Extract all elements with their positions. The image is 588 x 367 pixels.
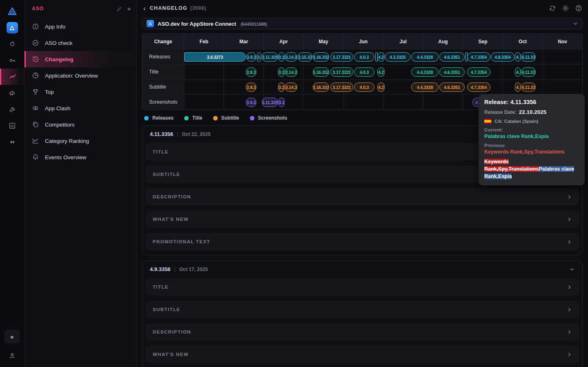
- back-button[interactable]: ‹: [143, 5, 146, 12]
- version-pill[interactable]: 3.16.332: [313, 67, 329, 77]
- compare-icon[interactable]: [0, 134, 24, 150]
- version-pill[interactable]: 4.4.3328: [411, 82, 439, 92]
- app-store-icon[interactable]: [0, 20, 24, 36]
- version-pill[interactable]: 3.14.3: [285, 82, 297, 92]
- field-row-what-s-new[interactable]: WHAT'S NEW: [146, 211, 579, 228]
- field-row-promotional-text[interactable]: PROMOTIONAL TEXT: [146, 233, 579, 250]
- version-pill[interactable]: 4.6.3351: [439, 82, 465, 92]
- version-pill[interactable]: 4.11.33: [521, 52, 536, 62]
- apple-icon[interactable]: [0, 36, 24, 52]
- version-pill[interactable]: 3.1: [278, 52, 285, 62]
- release-version: 4.9.3356: [150, 266, 171, 272]
- wrench-icon[interactable]: [0, 101, 24, 118]
- sidebar-item-competitors[interactable]: Competitors: [24, 116, 136, 133]
- legend-item-title[interactable]: Title: [184, 115, 202, 121]
- version-pill[interactable]: 4.6.3351: [439, 67, 465, 77]
- legend-item-subtitle[interactable]: Subtitle: [213, 115, 239, 121]
- version-pill[interactable]: 4.4.3328: [411, 67, 439, 77]
- field-row-subtitle[interactable]: SUBTITLE: [146, 301, 579, 318]
- sidebar-item-application-overview[interactable]: Application: Overview: [24, 67, 136, 84]
- clash-icon: [32, 105, 39, 112]
- column-header-sep: Sep: [463, 34, 503, 49]
- aso-logo[interactable]: [0, 3, 24, 20]
- pie-icon: [32, 72, 39, 79]
- sidebar-item-top[interactable]: Top: [24, 84, 136, 100]
- version-pill[interactable]: 3.1: [278, 98, 285, 107]
- field-row-description[interactable]: DESCRIPTION: [146, 188, 579, 205]
- ranking-icon: [32, 137, 39, 145]
- version-pill[interactable]: 4.4.3328: [411, 52, 439, 62]
- version-pill[interactable]: 3.0.3273: [184, 52, 246, 62]
- version-pill[interactable]: 4.2: [377, 52, 385, 62]
- version-pill[interactable]: 4.7.3354: [467, 82, 490, 92]
- version-pill[interactable]: 4.7.3354: [467, 52, 490, 62]
- sidebar-item-aso-check[interactable]: ASO check: [24, 35, 136, 51]
- version-pill[interactable]: 3.14.3: [285, 52, 297, 62]
- field-row-title[interactable]: TITLE: [146, 278, 579, 296]
- version-pill[interactable]: 3.15.32: [298, 52, 312, 62]
- version-pill[interactable]: 4.: [515, 52, 521, 62]
- version-pill[interactable]: 4.2: [377, 82, 385, 92]
- version-pill[interactable]: 4.8.3354: [491, 52, 514, 62]
- field-row-description[interactable]: DESCRIPTION: [146, 323, 579, 340]
- version-pill[interactable]: 3.16.332: [313, 82, 329, 92]
- version-pill[interactable]: 3.11.329: [262, 52, 278, 62]
- app-switcher[interactable]: ASO.dev for AppStore Connect (6445911688…: [142, 18, 583, 29]
- version-pill[interactable]: 4.7.3354: [467, 67, 490, 77]
- app-store-badge: [7, 22, 18, 33]
- settings-gear-icon[interactable]: [562, 4, 569, 12]
- field-label: DESCRIPTION: [153, 329, 191, 334]
- version-pill[interactable]: 3.9.3: [246, 82, 256, 92]
- version-pill[interactable]: 4.0.3: [354, 52, 374, 62]
- column-header-may: May: [303, 34, 343, 49]
- bar-chart-icon[interactable]: [0, 118, 24, 134]
- version-pill[interactable]: 3.17.3321: [330, 82, 353, 92]
- version-pill[interactable]: 4.2: [377, 67, 385, 77]
- timeline-row-title: Title3.9.33.13.14.33.16.3323.17.33214.0.…: [143, 64, 582, 79]
- sidebar-header: ASO «: [24, 0, 136, 13]
- version-pill[interactable]: 3.11.329: [262, 98, 278, 107]
- field-label: TITLE: [153, 149, 169, 154]
- chevron-down-icon[interactable]: [569, 267, 575, 272]
- version-pill[interactable]: 3.16.332: [313, 52, 329, 62]
- version-pill[interactable]: 4.: [515, 82, 521, 92]
- legend-label: Title: [192, 115, 202, 121]
- version-pill[interactable]: 3.17.3321: [330, 67, 353, 77]
- version-pill[interactable]: 4.11.33: [521, 82, 536, 92]
- rail-collapse-button[interactable]: «: [4, 329, 20, 343]
- key-icon[interactable]: [0, 52, 24, 69]
- version-pill[interactable]: 3.17.3321: [330, 52, 353, 62]
- sidebar-item-category-ranking[interactable]: Category Ranking: [24, 133, 136, 149]
- sidebar-item-events-overview[interactable]: Events Overview: [24, 149, 136, 165]
- legend-item-screenshots[interactable]: Screenshots: [250, 115, 287, 121]
- version-pill[interactable]: 4.0.3: [354, 67, 374, 77]
- version-pill[interactable]: 4.: [515, 67, 521, 77]
- field-label: SUBTITLE: [153, 172, 180, 177]
- version-pill[interactable]: 4.6.3351: [439, 52, 465, 62]
- sidebar-collapse-icon[interactable]: «: [127, 5, 131, 12]
- megaphone-icon[interactable]: [0, 85, 24, 101]
- sidebar-item-app-clash[interactable]: App Clash: [24, 100, 136, 116]
- release-card-header[interactable]: 4.9.3356 | Oct 17, 2025: [146, 264, 579, 273]
- version-pill[interactable]: 3.1: [278, 67, 285, 77]
- sidebar-item-changelog[interactable]: Changelog: [24, 51, 136, 67]
- sidebar-item-label: App Clash: [45, 105, 70, 111]
- legend-item-releases[interactable]: Releases: [144, 115, 174, 121]
- help-icon[interactable]: [575, 4, 582, 12]
- version-pill[interactable]: 4.0.3: [354, 82, 374, 92]
- version-pill[interactable]: 3.9.3: [246, 98, 256, 107]
- version-pill[interactable]: 4.11.33: [521, 67, 536, 77]
- chart-line-icon[interactable]: [0, 69, 24, 85]
- user-profile-icon[interactable]: [0, 347, 24, 364]
- sidebar-item-app-info[interactable]: App Info: [24, 18, 136, 35]
- version-pill[interactable]: 3.14.3: [285, 67, 297, 77]
- version-pill[interactable]: 3.9.3: [246, 67, 256, 77]
- version-pill[interactable]: 4.3.3325: [385, 52, 410, 62]
- refresh-icon[interactable]: [549, 4, 556, 12]
- version-pill[interactable]: 3.1: [278, 82, 285, 92]
- field-row-what-s-new[interactable]: WHAT'S NEW: [146, 346, 579, 363]
- aso-dev-app: { "rail": { "icons": [ {"icon": "aso-log…: [0, 0, 588, 367]
- version-pill[interactable]: 3.: [257, 52, 261, 62]
- edit-pencil-icon[interactable]: [116, 6, 122, 12]
- version-pill[interactable]: 3.9.3: [246, 52, 256, 62]
